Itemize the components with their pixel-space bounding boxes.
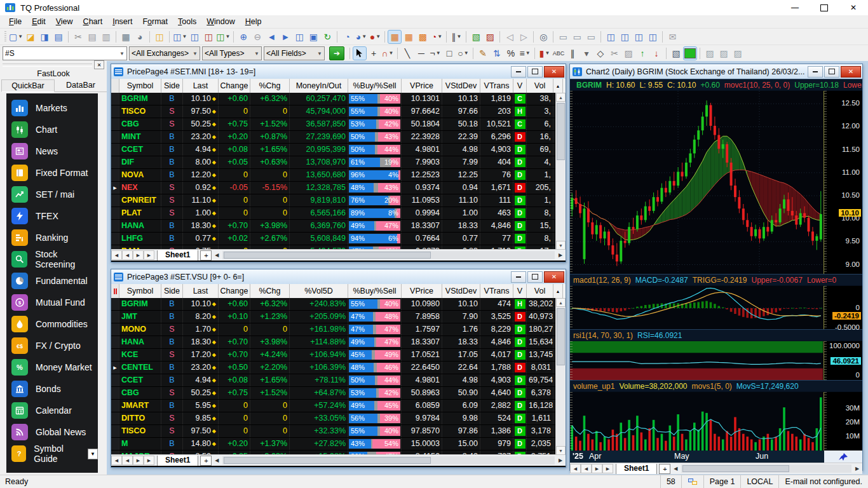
column-header-v[interactable]: V xyxy=(513,79,527,93)
chart-down-icon[interactable]: ▨ xyxy=(484,30,496,43)
table-row-m[interactable]: MB14.80◆+0.20+1.37%+27.82%43%54%15.00031… xyxy=(111,438,556,451)
scroll-up-button[interactable]: ▲ xyxy=(553,284,563,298)
arrow-down-marker-icon[interactable]: ↓ xyxy=(650,47,663,60)
column-header-vstddev[interactable]: VStdDev xyxy=(442,284,480,298)
table-row-mono[interactable]: MONOS1.70◆00+161.98%47%47%1.75971.768,22… xyxy=(111,323,556,336)
candlestick-canvas[interactable] xyxy=(570,91,823,274)
table-row-centel[interactable]: ▶CENTELB23.20◆+0.50+2.20%+106.39%48%46%2… xyxy=(111,362,556,374)
hscroll-right-arrow[interactable]: ▶ xyxy=(555,250,566,260)
sheet-last-button[interactable]: ▶ xyxy=(144,250,154,260)
column-header-vol[interactable]: Vol xyxy=(527,284,553,298)
restore-button[interactable] xyxy=(527,271,543,283)
mini-chart-icon[interactable]: ▧ xyxy=(670,47,682,60)
monitor-3-icon[interactable]: ◫ xyxy=(632,30,645,43)
table-row-cpnreit[interactable]: CPNREITS11.10◆009,819,81076%20%11.095311… xyxy=(111,194,556,207)
table-row-nova[interactable]: NOVAB12.20◆0013,650,68096%4%12.252312.25… xyxy=(111,169,556,182)
copy-icon[interactable]: ▤ xyxy=(86,30,98,43)
column-header-change[interactable]: Change xyxy=(219,79,250,93)
close-workspace-icon[interactable]: ◫ xyxy=(202,30,215,43)
sheet-next-button[interactable]: ▶ xyxy=(592,464,602,473)
table-row-tisco[interactable]: TISCOS97.50◆00+32.33%55%40%97.857097.861… xyxy=(111,425,556,438)
table-row-kce[interactable]: KCES17.20◆+0.70+4.24%+106.94%45%49%17.05… xyxy=(111,349,556,362)
hscroll-right-arrow[interactable]: ▶ xyxy=(555,456,566,465)
app-maximize-button[interactable] xyxy=(810,0,839,15)
grey-area-icon[interactable]: ▨ xyxy=(622,47,635,60)
zoom-in-icon[interactable]: ⊕ xyxy=(237,30,250,43)
sidebar-item-news[interactable]: News xyxy=(6,140,98,162)
sidebar-item-markets[interactable]: Markets xyxy=(6,97,98,119)
trend-line-icon[interactable]: ╲ xyxy=(401,47,414,60)
table-row-plat[interactable]: PLATS1.00◆006,565,16689%8%0.99941.00463D… xyxy=(111,207,556,220)
volume-canvas[interactable] xyxy=(570,392,823,451)
scrollbar-thumb[interactable] xyxy=(557,308,565,365)
print-preview-icon[interactable]: ◕ xyxy=(133,30,146,43)
exchanges-dropdown[interactable]: <All Exchanges>▼ xyxy=(129,46,200,60)
flip-axis-icon[interactable]: ⇅ xyxy=(491,47,503,60)
table-row-tisco[interactable]: TISCOS97.50◆0045,794,00055%40%97.664297.… xyxy=(111,105,556,118)
column-header-vol5d[interactable]: %Vol5D xyxy=(290,284,348,298)
table-row-cbg[interactable]: CBGS50.25◆+0.75+1.52%+64.87%53%42%50.896… xyxy=(111,387,556,400)
column-header-symbol[interactable]: Symbol xyxy=(119,284,161,298)
column-header-vtrans[interactable]: VTrans xyxy=(480,79,513,93)
sheet-first-button[interactable]: ◀ xyxy=(111,456,122,465)
sidebar-item-calendar[interactable]: Calendar xyxy=(6,400,98,421)
ellipse-shape-icon[interactable]: ○▼ xyxy=(457,47,470,60)
menu-help[interactable]: Help xyxy=(240,17,267,27)
interval-range-icon[interactable]: ◫ xyxy=(293,30,306,43)
table-row-dif[interactable]: DIFB8.00◆+0.05+0.63%13,708,97061%19%7.99… xyxy=(111,156,556,169)
hscroll-track[interactable] xyxy=(681,464,851,473)
crosshair-icon[interactable]: + xyxy=(367,47,380,60)
sheet-tab[interactable]: Sheet1 xyxy=(157,456,198,466)
menu-insert[interactable]: Insert xyxy=(107,17,137,27)
chart-window-titlebar[interactable]: Chart2 (Daily) BGRIM (Stock Exchange of … xyxy=(570,64,862,79)
pencil-icon[interactable]: ✎ xyxy=(477,47,489,60)
sidebar-close-icon[interactable]: ✕ xyxy=(94,60,104,69)
chart-close-button[interactable]: ✕ xyxy=(841,66,861,78)
magnet-icon[interactable]: ∩▼ xyxy=(381,47,394,60)
column-header-vprice[interactable]: VPrice xyxy=(402,284,442,298)
chart-restore-button[interactable] xyxy=(824,66,839,78)
restore-button[interactable] xyxy=(527,66,543,78)
cut-icon[interactable]: ✂ xyxy=(72,30,85,43)
sidebar-item-chart[interactable]: Chart xyxy=(6,119,98,140)
menu-window[interactable]: Window xyxy=(201,17,240,27)
sidebar-item-fundamental[interactable]: Fundamental xyxy=(6,270,98,292)
save-workspace-icon[interactable]: ◫ xyxy=(188,30,201,43)
column-header-buysell[interactable]: %Buy/%Sell xyxy=(348,79,402,93)
hscroll-thumb[interactable] xyxy=(224,457,431,464)
sidebar-item-fixed-format[interactable]: Fixed Format xyxy=(6,162,98,184)
mail-icon[interactable]: ✉ xyxy=(666,30,679,43)
hscroll-track[interactable] xyxy=(222,251,555,259)
table-row-nex[interactable]: ▶NEXS0.92◆-0.05-5.15%12,328,78548%43%0.9… xyxy=(111,182,556,194)
scroll-down-arrow[interactable]: ▼ xyxy=(556,446,566,455)
sheet-prev-button[interactable]: ◀ xyxy=(581,464,592,473)
table-row-bgrim[interactable]: BGRIMB10.10◆+0.60+6.32%+240.83%55%40%10.… xyxy=(111,298,556,311)
sheet-last-button[interactable]: ▶ xyxy=(144,456,154,465)
refresh-icon[interactable]: ↻ xyxy=(321,30,334,43)
sidebar-item-bonds[interactable]: Bonds xyxy=(6,378,98,400)
sidebar-item-commodities[interactable]: Commodities xyxy=(6,313,98,335)
column-header-vprice[interactable]: VPrice xyxy=(402,79,442,93)
stamp-2-icon[interactable]: ▨ xyxy=(717,47,730,60)
scroll-up-arrow[interactable]: ▲ xyxy=(556,298,566,307)
hscroll-left-arrow[interactable]: ◀ xyxy=(670,464,681,473)
sheet-first-button[interactable]: ◀ xyxy=(570,464,581,473)
sidebar-item-ranking[interactable]: Ranking xyxy=(6,227,98,248)
bar-color-icon[interactable]: ▮▼ xyxy=(538,47,551,60)
time-sales-clock-icon[interactable]: ◔▼ xyxy=(430,30,443,43)
table-row-cbg[interactable]: CBGS50.25◆+0.75+1.52%36,587,85053%42%50.… xyxy=(111,118,556,131)
table-row-jmart[interactable]: JMARTB5.95◆00+57.24%49%45%6.08596.092,88… xyxy=(111,400,556,412)
properties-panel-icon[interactable]: ◫ xyxy=(153,30,166,43)
hscroll-left-arrow[interactable]: ◀ xyxy=(212,250,222,260)
column-header-vstddev[interactable]: VStdDev xyxy=(442,79,480,93)
menu-chart[interactable]: Chart xyxy=(78,17,108,27)
add-sheet-button[interactable]: + xyxy=(200,456,212,466)
column-header-chg[interactable]: %Chg xyxy=(250,79,290,93)
pointer-icon[interactable] xyxy=(353,47,366,60)
menu-format[interactable]: Format xyxy=(137,17,173,27)
page-next-icon[interactable]: ▷ xyxy=(517,30,530,43)
table-row-hana[interactable]: HANAB18.30◆+0.70+3.98%6,369,76049%47%18.… xyxy=(111,220,556,233)
diamond-marker-icon[interactable]: ◇ xyxy=(594,47,607,60)
sidebar-tab-databar[interactable]: DataBar xyxy=(55,79,107,92)
hscroll-thumb[interactable] xyxy=(682,465,789,472)
